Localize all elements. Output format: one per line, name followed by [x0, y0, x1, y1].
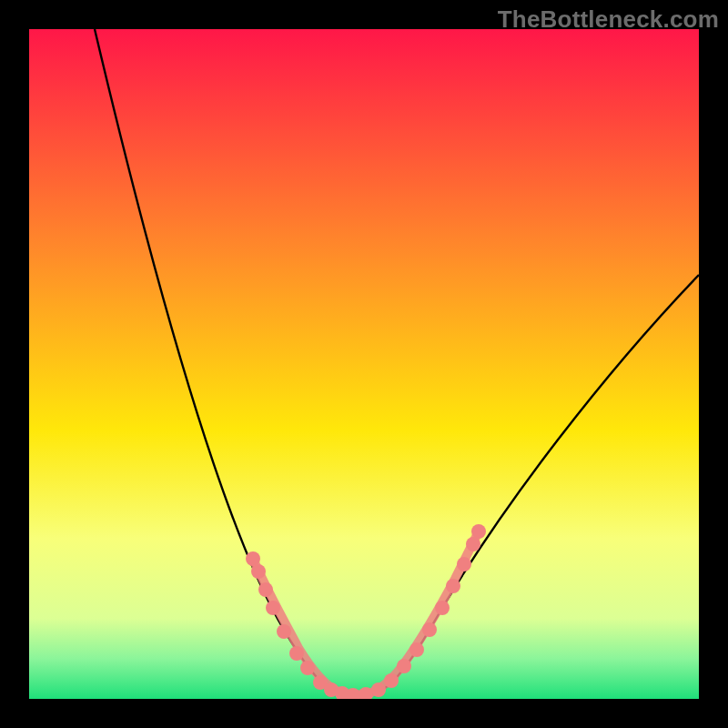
- plot-area: [29, 29, 699, 699]
- scatter-point: [471, 524, 486, 539]
- scatter-point: [446, 579, 460, 593]
- scatter-point: [466, 537, 480, 551]
- scatter-point: [251, 564, 266, 579]
- scatter-point: [246, 551, 260, 566]
- scatter-point: [277, 624, 291, 639]
- scatter-point: [435, 601, 450, 615]
- scatter-point: [371, 682, 386, 697]
- watermark-text: TheBottleneck.com: [498, 5, 719, 34]
- scatter-point: [289, 646, 304, 661]
- scatter-point: [300, 661, 315, 675]
- scatter-point: [422, 622, 437, 637]
- chart-svg: [29, 29, 699, 699]
- scatter-point: [258, 582, 273, 597]
- gradient-background: [29, 29, 699, 699]
- scatter-point: [384, 673, 399, 688]
- scatter-point: [266, 601, 280, 615]
- scatter-point: [397, 659, 411, 673]
- chart-frame: TheBottleneck.com: [0, 0, 728, 728]
- scatter-point: [457, 557, 471, 571]
- scatter-point: [410, 642, 424, 657]
